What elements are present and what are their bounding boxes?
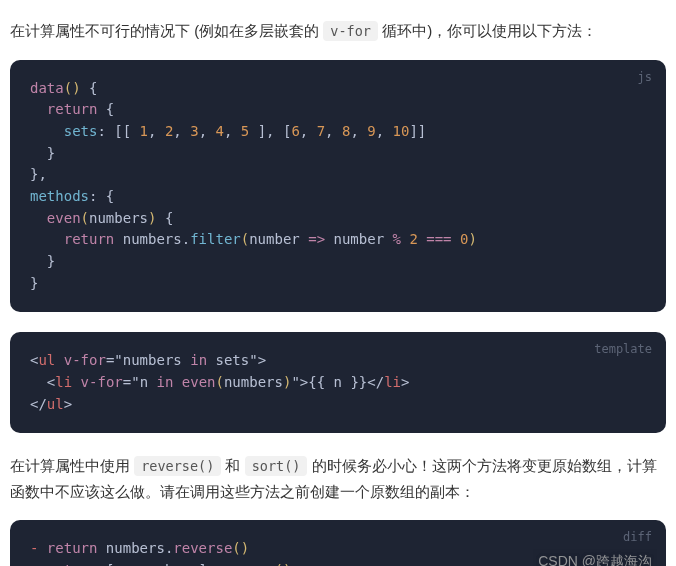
code-content[interactable]: <ul v-for="numbers in sets"> <li v-for="… xyxy=(30,350,646,415)
text: 和 xyxy=(221,457,244,474)
code-lang-label: template xyxy=(594,340,652,359)
text: 在计算属性中使用 xyxy=(10,457,134,474)
text: 在计算属性不可行的情况下 (例如在多层嵌套的 xyxy=(10,22,323,39)
inline-code-vfor: v-for xyxy=(323,21,378,41)
code-block-diff: diff - return numbers.reverse() + return… xyxy=(10,520,666,566)
inline-code-sort: sort() xyxy=(245,456,308,476)
code-block-template: template <ul v-for="numbers in sets"> <l… xyxy=(10,332,666,433)
code-content[interactable]: data() { return { sets: [[ 1, 2, 3, 4, 5… xyxy=(30,78,646,295)
paragraph-warning: 在计算属性中使用 reverse() 和 sort() 的时候务必小心！这两个方… xyxy=(10,453,666,504)
code-block-js: js data() { return { sets: [[ 1, 2, 3, 4… xyxy=(10,60,666,313)
code-lang-label: diff xyxy=(623,528,652,547)
code-lang-label: js xyxy=(638,68,652,87)
paragraph-intro: 在计算属性不可行的情况下 (例如在多层嵌套的 v-for 循环中)，你可以使用以… xyxy=(10,18,666,44)
text: 循环中)，你可以使用以下方法： xyxy=(378,22,597,39)
inline-code-reverse: reverse() xyxy=(134,456,221,476)
watermark: CSDN @跨越海沟 xyxy=(538,551,652,566)
